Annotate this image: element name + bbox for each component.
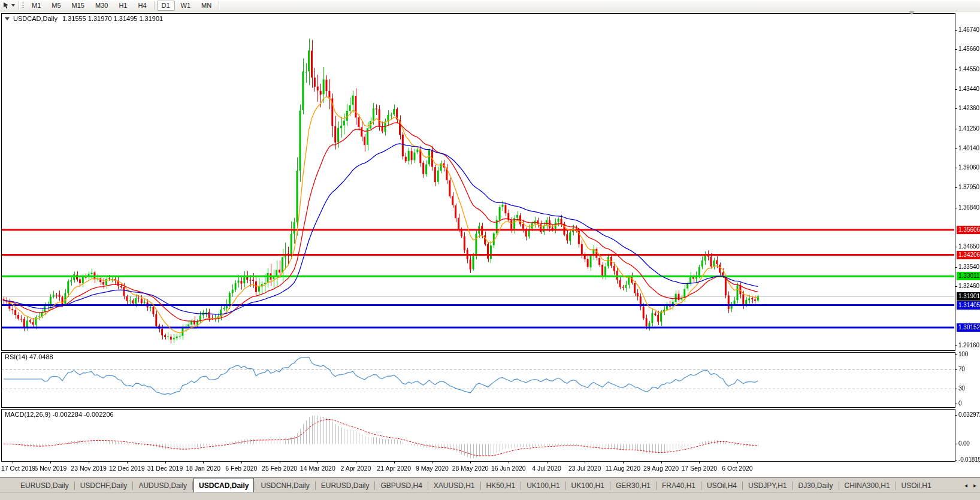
rsi-indicator-label: RSI(14) 47.0488 bbox=[5, 353, 53, 360]
chart-tab-china300-h1[interactable]: CHINA300,H1 bbox=[840, 478, 895, 493]
price-level-badge: 1.30152 bbox=[957, 323, 980, 332]
chart-tab-eurusd-daily[interactable]: EURUSD,Daily bbox=[316, 478, 374, 493]
price-axis-tick-label: 1.40140 bbox=[958, 145, 979, 151]
tab-separator bbox=[74, 481, 75, 490]
macd-axis-tick-label: -0.018154 bbox=[958, 456, 980, 463]
price-axis-tick-label: 1.33540 bbox=[958, 263, 979, 270]
price-axis-tick-label: 1.42360 bbox=[958, 105, 979, 111]
chart-tab-uk100-h1[interactable]: UK100,H1 bbox=[522, 478, 564, 493]
price-axis-tick-label: 1.41250 bbox=[958, 125, 979, 132]
chart-tab-usdchf-daily[interactable]: USDCHF,Daily bbox=[75, 478, 132, 493]
chart-tab-hk50-h1[interactable]: HK50,H1 bbox=[482, 478, 521, 493]
price-level-badge: 1.34206 bbox=[957, 251, 980, 259]
price-level-badge: 1.31405 bbox=[957, 301, 980, 310]
chart-tab-dj30-daily[interactable]: DJ30,Daily bbox=[794, 478, 838, 493]
rsi-axis-tick-label: 70 bbox=[958, 366, 965, 372]
tab-separator bbox=[610, 481, 610, 490]
tab-separator bbox=[521, 481, 521, 490]
chart-title: USDCAD,Daily 1.31555 1.31970 1.31495 1.3… bbox=[4, 15, 163, 22]
tab-separator bbox=[374, 481, 375, 490]
rsi-axis-tick-label: 100 bbox=[958, 351, 968, 357]
chart-tab-usoil-h1[interactable]: USOil,H1 bbox=[897, 478, 936, 493]
tab-separator bbox=[255, 481, 255, 490]
tabbar-spacer bbox=[0, 485, 16, 486]
chart-tabs: EURUSD,DailyUSDCHF,DailyAUDUSD,DailyUSDC… bbox=[16, 478, 936, 493]
date-axis-tick-label: 6 Oct 2020 bbox=[710, 465, 764, 472]
chart-tab-xauusd-h1[interactable]: XAUUSD,H1 bbox=[429, 478, 480, 493]
rsi-axis-tick-label: 0 bbox=[958, 400, 961, 407]
tab-separator bbox=[132, 481, 133, 490]
chart-tab-audusd-daily[interactable]: AUDUSD,Daily bbox=[134, 478, 192, 493]
price-chart-canvas[interactable] bbox=[0, 0, 980, 500]
price-axis-tick-label: 1.43440 bbox=[958, 86, 979, 92]
macd-axis-tick-label: 0.032972 bbox=[958, 411, 980, 418]
price-axis-tick-label: 1.34650 bbox=[958, 243, 979, 250]
chart-tab-ger30-h1[interactable]: GER30,H1 bbox=[611, 478, 655, 493]
bottom-strip bbox=[0, 492, 980, 500]
chart-tab-usdcad-daily[interactable]: USDCAD,Daily bbox=[193, 478, 254, 493]
price-level-badge: 1.33011 bbox=[957, 272, 980, 280]
tabs-scroll-arrows: ◂ ▸ bbox=[964, 478, 976, 493]
tab-separator bbox=[315, 481, 316, 490]
chart-tab-uk100-h1[interactable]: UK100,H1 bbox=[567, 478, 609, 493]
rsi-axis-tick-label: 30 bbox=[958, 385, 965, 392]
tab-separator bbox=[839, 481, 839, 490]
macd-axis-tick-label: 0.00 bbox=[958, 440, 970, 447]
price-axis-tick-label: 1.32460 bbox=[958, 283, 979, 289]
tab-separator bbox=[428, 481, 428, 490]
price-level-badge: 1.35606 bbox=[957, 226, 980, 234]
price-axis-tick-label: 1.37950 bbox=[958, 184, 979, 190]
tab-separator bbox=[793, 481, 793, 490]
tab-separator bbox=[192, 481, 193, 490]
tab-separator bbox=[896, 481, 896, 490]
chart-shift-marker[interactable] bbox=[909, 11, 915, 15]
chart-tab-usdcnh-daily[interactable]: USDCNH,Daily bbox=[256, 478, 314, 493]
price-level-badge: 1.31901 bbox=[957, 292, 980, 301]
price-axis-tick-label: 1.39060 bbox=[958, 164, 979, 171]
price-axis-tick-label: 1.44550 bbox=[958, 66, 979, 72]
tab-separator bbox=[565, 481, 566, 490]
price-axis-tick-label: 1.36840 bbox=[958, 204, 979, 211]
chart-tab-usdjpy-h1[interactable]: USDJPY,H1 bbox=[743, 478, 791, 493]
tab-separator bbox=[701, 481, 701, 490]
tab-separator bbox=[742, 481, 743, 490]
chart-tabs-bar: EURUSD,DailyUSDCHF,DailyAUDUSD,DailyUSDC… bbox=[0, 477, 980, 493]
chart-tab-eurusd-daily[interactable]: EURUSD,Daily bbox=[16, 478, 74, 493]
chart-tab-usoil-h4[interactable]: USOil,H4 bbox=[702, 478, 742, 493]
tab-separator bbox=[480, 481, 481, 490]
chart-ohlc-values: 1.31555 1.31970 1.31495 1.31901 bbox=[62, 15, 163, 22]
chart-tab-fra40-h1[interactable]: FRA40,H1 bbox=[657, 478, 700, 493]
macd-indicator-label: MACD(12,26,9) -0.002284 -0.002206 bbox=[5, 411, 114, 418]
tabs-scroll-left-icon[interactable]: ◂ bbox=[964, 482, 967, 489]
tabs-scroll-right-icon[interactable]: ▸ bbox=[973, 482, 976, 489]
chart-symbol-period: USDCAD,Daily bbox=[13, 15, 58, 22]
price-axis-tick-label: 1.46740 bbox=[958, 26, 979, 33]
tab-separator bbox=[656, 481, 657, 490]
chart-tab-gbpusd-h4[interactable]: GBPUSD,H4 bbox=[376, 478, 427, 493]
price-axis-tick-label: 1.29160 bbox=[958, 342, 979, 349]
price-axis-tick-label: 1.45660 bbox=[958, 46, 979, 52]
indicator-collapse-icon[interactable] bbox=[5, 17, 10, 20]
